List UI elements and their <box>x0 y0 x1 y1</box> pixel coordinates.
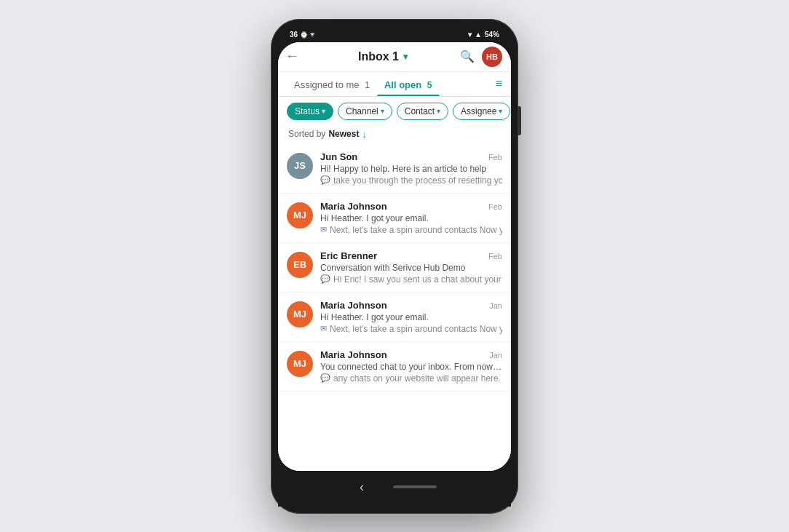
sort-row: Sorted by Newest ↓ <box>278 126 511 144</box>
convo-date: Jan <box>489 351 502 360</box>
chevron-down-icon: ▾ <box>322 107 325 115</box>
conversation-item[interactable]: EB Eric Brenner Feb Conversation with Se… <box>278 243 511 293</box>
conversation-item[interactable]: MJ Maria Johnson Jan Hi Heather. I got y… <box>278 293 511 342</box>
time-label: 36 <box>290 31 298 39</box>
convo-preview: take you through the process of resettin… <box>333 175 502 186</box>
convo-header-row: Jun Son Feb <box>320 151 502 162</box>
filter-row: Status ▾ Channel ▾ Contact ▾ Assignee ▾ <box>278 97 511 126</box>
convo-line2: ✉ Next, let's take a spin around contact… <box>320 324 502 334</box>
convo-name: Jun Son <box>320 151 357 162</box>
conversation-item[interactable]: JS Jun Son Feb Hi! Happy to help. Here i… <box>278 144 511 194</box>
convo-line1: You connected chat to your inbox. From n… <box>320 362 502 372</box>
email-icon: ✉ <box>320 225 327 234</box>
convo-avatar: JS <box>287 153 313 179</box>
filter-contact-label: Contact <box>405 106 435 116</box>
inbox-title-text: Inbox 1 <box>358 50 399 63</box>
convo-preview: Hi Eric! I saw you sent us a chat about … <box>333 274 502 285</box>
convo-name: Maria Johnson <box>320 201 387 212</box>
inbox-title[interactable]: Inbox 1 ▾ <box>358 50 408 63</box>
convo-preview: Next, let's take a spin around contacts … <box>330 324 502 334</box>
app-header: ← Inbox 1 ▾ 🔍 HB <box>278 42 511 72</box>
phone-device: 36 ⌚ ᯤ ▾ ▲ 54% ← Inbox 1 ▾ 🔍 HB <box>271 19 518 514</box>
back-button[interactable]: ← <box>285 49 306 64</box>
phone-bottom-bar: ‹ <box>278 471 511 507</box>
chevron-down-icon: ▾ <box>499 107 502 115</box>
convo-header-row: Maria Johnson Jan <box>320 349 502 360</box>
status-right: ▾ ▲ 54% <box>468 31 499 39</box>
search-icon[interactable]: 🔍 <box>460 49 475 63</box>
convo-date: Jan <box>489 301 502 310</box>
chevron-down-icon: ▾ <box>403 52 408 62</box>
convo-body: Maria Johnson Feb Hi Heather. I got your… <box>320 201 502 235</box>
phone-screen: ← Inbox 1 ▾ 🔍 HB Assigned to me 1 All op… <box>278 42 511 471</box>
convo-name: Eric Brenner <box>320 250 377 261</box>
convo-line1: Hi! Happy to help. Here is an article to… <box>320 164 502 174</box>
convo-date: Feb <box>488 252 502 261</box>
convo-body: Maria Johnson Jan You connected chat to … <box>320 349 502 384</box>
convo-preview: any chats on your website will appear he… <box>333 373 502 384</box>
phone-notch <box>358 26 431 39</box>
convo-preview: Next, let's take a spin around contacts … <box>330 225 502 235</box>
filter-status[interactable]: Status ▾ <box>287 103 333 120</box>
status-time: 36 ⌚ ᯤ <box>290 31 317 39</box>
nav-back-button[interactable]: ‹ <box>352 477 371 498</box>
convo-date: Feb <box>488 202 502 211</box>
convo-name: Maria Johnson <box>320 300 387 311</box>
filter-assignee-label: Assignee <box>461 106 496 116</box>
conversation-item[interactable]: MJ Maria Johnson Feb Hi Heather. I got y… <box>278 194 511 243</box>
tabs-row: Assigned to me 1 All open 5 ≡ <box>278 72 511 97</box>
phone-side-button <box>518 106 521 135</box>
sort-prefix: Sorted by <box>288 129 325 139</box>
convo-avatar: MJ <box>287 351 313 377</box>
signal-icon: ▲ <box>475 31 482 39</box>
battery-label: 54% <box>485 31 499 39</box>
convo-date: Feb <box>488 153 502 162</box>
tab-assigned-to-me[interactable]: Assigned to me 1 <box>287 72 377 96</box>
convo-name: Maria Johnson <box>320 349 387 360</box>
convo-line1: Hi Heather. I got your email. <box>320 312 502 322</box>
tab-allopen-badge: 5 <box>427 80 432 90</box>
signal-icons: ⌚ ᯤ <box>300 31 317 39</box>
convo-body: Maria Johnson Jan Hi Heather. I got your… <box>320 300 502 334</box>
user-avatar[interactable]: HB <box>482 47 502 67</box>
filter-contact[interactable]: Contact ▾ <box>397 103 448 120</box>
convo-line2: 💬 take you through the process of resett… <box>320 175 502 186</box>
email-icon: ✉ <box>320 324 327 333</box>
wifi-icon: ▾ <box>468 31 472 39</box>
sort-arrow-icon: ↓ <box>362 129 367 140</box>
convo-avatar: MJ <box>287 301 313 327</box>
chat-icon: 💬 <box>320 274 330 284</box>
chat-icon: 💬 <box>320 175 330 185</box>
convo-body: Eric Brenner Feb Conversation with Seriv… <box>320 250 502 285</box>
convo-line2: 💬 any chats on your website will appear … <box>320 373 502 384</box>
tabs-menu-icon[interactable]: ≡ <box>496 77 502 90</box>
back-icon: ← <box>285 49 298 64</box>
chat-icon: 💬 <box>320 373 330 383</box>
convo-line2: 💬 Hi Eric! I saw you sent us a chat abou… <box>320 274 502 285</box>
convo-line1: Hi Heather. I got your email. <box>320 213 502 223</box>
conversation-item[interactable]: MJ Maria Johnson Jan You connected chat … <box>278 342 511 392</box>
tab-assigned-label: Assigned to me <box>294 79 360 90</box>
chevron-down-icon: ▾ <box>437 107 440 115</box>
convo-header-row: Maria Johnson Jan <box>320 300 502 311</box>
sort-label: Newest <box>328 129 359 139</box>
conversation-list: JS Jun Son Feb Hi! Happy to help. Here i… <box>278 144 511 471</box>
filter-assignee[interactable]: Assignee ▾ <box>453 103 510 120</box>
convo-avatar: MJ <box>287 202 313 229</box>
tab-all-open[interactable]: All open 5 <box>377 72 440 96</box>
home-indicator[interactable] <box>393 485 437 488</box>
convo-header-row: Maria Johnson Feb <box>320 201 502 212</box>
filter-status-label: Status <box>295 106 320 116</box>
tab-assigned-badge: 1 <box>365 80 370 90</box>
convo-line2: ✉ Next, let's take a spin around contact… <box>320 225 502 235</box>
convo-header-row: Eric Brenner Feb <box>320 250 502 261</box>
chevron-down-icon: ▾ <box>381 107 384 115</box>
convo-avatar: EB <box>287 252 313 278</box>
convo-body: Jun Son Feb Hi! Happy to help. Here is a… <box>320 151 502 186</box>
filter-channel[interactable]: Channel ▾ <box>338 103 392 120</box>
filter-channel-label: Channel <box>346 106 378 116</box>
tab-allopen-label: All open <box>384 79 421 90</box>
convo-line1: Conversation with Serivce Hub Demo <box>320 263 502 273</box>
header-actions: 🔍 HB <box>460 47 502 67</box>
